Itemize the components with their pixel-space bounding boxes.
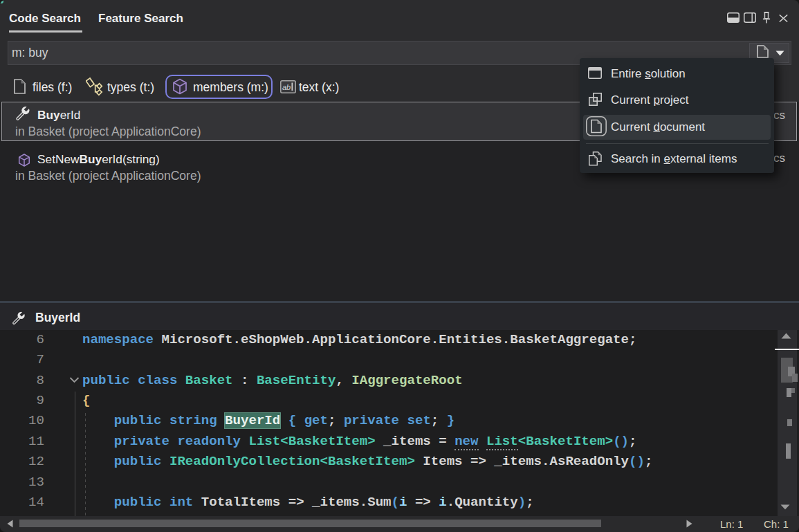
svg-text:ab: ab [282, 83, 291, 91]
